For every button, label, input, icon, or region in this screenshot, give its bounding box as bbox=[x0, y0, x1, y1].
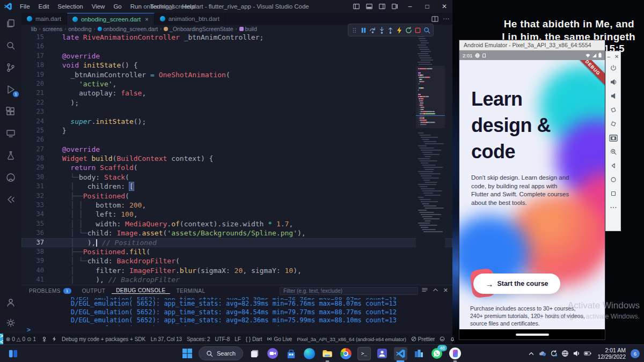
code-line[interactable]: 39 │ └─child: BackdropFilter( bbox=[21, 256, 452, 265]
feedback-icon[interactable] bbox=[437, 336, 448, 342]
prettier-status[interactable]: Prettier bbox=[408, 336, 437, 342]
account-icon[interactable] bbox=[4, 296, 17, 309]
code-line[interactable]: 41 │ ), // BackdropFilter bbox=[21, 275, 452, 284]
code-line[interactable]: 16 bbox=[21, 42, 452, 51]
tray-chevron-icon[interactable] bbox=[528, 350, 535, 357]
start-button[interactable] bbox=[180, 347, 194, 360]
task-view-button[interactable] bbox=[248, 347, 261, 360]
console-filter-input[interactable] bbox=[280, 287, 418, 295]
step-over-icon[interactable] bbox=[369, 26, 377, 34]
back-button[interactable] bbox=[608, 159, 619, 173]
update-sync-icon[interactable] bbox=[550, 350, 558, 357]
breadcrumb-item[interactable]: onboding_screen.dart bbox=[98, 26, 158, 32]
step-into-icon[interactable] bbox=[378, 26, 386, 34]
code-line[interactable]: 31 │ children: [ bbox=[21, 182, 452, 191]
tab-animation_btn.dart[interactable]: animation_btn.dart bbox=[155, 13, 225, 25]
code-line[interactable]: 30 └─body: Stack( bbox=[21, 173, 452, 182]
panel-tab-debug-console[interactable]: DEBUG CONSOLE bbox=[112, 287, 170, 294]
network-globe-icon[interactable] bbox=[561, 350, 569, 357]
toggle-panel-icon[interactable] bbox=[363, 1, 375, 12]
code-editor[interactable]: 15 late RiveAnimationController _btnAnim… bbox=[21, 33, 452, 285]
ports-icon[interactable] bbox=[39, 336, 50, 342]
panel-tab-output[interactable]: OUTPUT bbox=[78, 288, 110, 294]
toggle-secondary-sidebar-icon[interactable] bbox=[376, 1, 388, 12]
code-line[interactable]: 35 │ │ width: MediaQuery.of(context).siz… bbox=[21, 219, 452, 228]
phone-screen[interactable]: DEBUG Learn design & code Don't skip des… bbox=[459, 60, 605, 329]
panel-tab-terminal[interactable]: TERMINAL bbox=[172, 288, 210, 294]
rotate-right-button[interactable] bbox=[608, 117, 619, 131]
minimap[interactable] bbox=[416, 33, 445, 285]
go-live[interactable]: Go Live bbox=[265, 336, 295, 342]
code-line[interactable]: 33 │ │ bottom: 200, bbox=[21, 201, 452, 210]
emulator-title[interactable]: Android Emulator - Pixel_3a_API_33_x86_6… bbox=[459, 40, 605, 50]
settings-gear-icon[interactable] bbox=[4, 316, 17, 329]
extensions-icon[interactable] bbox=[4, 105, 17, 118]
code-line[interactable]: 21 autoplay: false, bbox=[21, 88, 452, 98]
chat-button[interactable] bbox=[266, 347, 280, 360]
breadcrumb-item[interactable]: build bbox=[239, 26, 257, 32]
code-line[interactable]: 25 } bbox=[21, 126, 452, 135]
pinned-app-icon[interactable] bbox=[6, 347, 20, 360]
edge-browser-button[interactable] bbox=[303, 347, 316, 360]
menu-run[interactable]: Run bbox=[126, 3, 146, 10]
menu-go[interactable]: Go bbox=[109, 3, 126, 10]
breadcrumb-item[interactable]: _OnboardingScreenState bbox=[164, 26, 233, 32]
code-line[interactable]: 22 ); bbox=[21, 98, 452, 107]
panel-tab-problems[interactable]: PROBLEMS1 bbox=[25, 288, 76, 294]
breadcrumb-item[interactable]: onboding bbox=[68, 26, 91, 32]
dev-buildings-button[interactable] bbox=[412, 347, 426, 360]
onedrive-icon[interactable] bbox=[539, 350, 546, 357]
run-debug-icon[interactable]: 1 bbox=[4, 83, 17, 96]
code-line[interactable]: 18 void initState() { bbox=[21, 61, 452, 70]
console-prompt[interactable]: > bbox=[27, 326, 31, 334]
teams-button[interactable] bbox=[376, 347, 389, 360]
flutter-dev-icon[interactable] bbox=[4, 193, 17, 206]
rotate-left-button[interactable] bbox=[608, 103, 619, 117]
screenshot-button[interactable] bbox=[608, 131, 619, 145]
indentation[interactable]: Spaces: 2 bbox=[184, 336, 213, 342]
split-editor-icon[interactable] bbox=[431, 16, 438, 23]
code-line[interactable]: 34 │ │ left: 100, bbox=[21, 210, 452, 219]
device-selector[interactable]: Pixel_3a_API_33_x86_64 (android-x64 emul… bbox=[295, 336, 409, 342]
menu-help[interactable]: Help bbox=[178, 3, 199, 10]
code-line[interactable]: 29 return Scaffold( bbox=[21, 163, 452, 172]
maximize-button[interactable]: □ bbox=[419, 0, 435, 13]
code-line[interactable]: 24 super.initState(); bbox=[21, 117, 452, 126]
emulator-close-button[interactable]: ✕ bbox=[614, 54, 619, 60]
testing-icon[interactable] bbox=[4, 149, 17, 162]
speaker-icon[interactable] bbox=[573, 350, 580, 357]
code-line[interactable]: 28 Widget build(BuildContext context) { bbox=[21, 154, 452, 163]
flash-icon[interactable] bbox=[50, 336, 59, 342]
menu-file[interactable]: File bbox=[16, 3, 34, 10]
notification-badge[interactable]: 6 bbox=[631, 349, 640, 358]
language-mode[interactable]: { } Dart bbox=[243, 336, 265, 342]
code-line[interactable]: 32 ├──Positioned( bbox=[21, 191, 452, 201]
code-line[interactable]: 17 @override bbox=[21, 51, 452, 61]
microsoft-store-button[interactable] bbox=[284, 347, 298, 360]
home-pill[interactable] bbox=[516, 334, 549, 336]
pause-icon[interactable] bbox=[360, 26, 368, 34]
close-button[interactable]: ✕ bbox=[436, 0, 452, 13]
minimize-button[interactable]: – bbox=[402, 0, 418, 13]
code-line[interactable]: 26 bbox=[21, 135, 452, 144]
restart-icon[interactable] bbox=[405, 26, 413, 34]
breadcrumb-item[interactable]: screens bbox=[43, 26, 63, 32]
battery-charging-icon[interactable] bbox=[584, 350, 591, 357]
drag-grip-icon[interactable] bbox=[350, 26, 358, 34]
tab-main.dart[interactable]: main.dart bbox=[21, 13, 67, 25]
github-icon[interactable] bbox=[4, 171, 17, 184]
hot-reload-icon[interactable] bbox=[396, 26, 404, 34]
tab-onboding_screen.dart[interactable]: onboding_screen.dart× bbox=[67, 13, 155, 25]
chrome-button[interactable] bbox=[339, 347, 353, 360]
remote-explorer-icon[interactable] bbox=[4, 127, 17, 140]
vscode-taskbar-button[interactable] bbox=[394, 347, 407, 360]
emulator-taskbar-button[interactable] bbox=[449, 347, 462, 360]
menu-edit[interactable]: Edit bbox=[34, 3, 54, 10]
panel-close-icon[interactable]: ✕ bbox=[443, 287, 448, 294]
tray-clock[interactable]: 2:01 AM 12/29/2022 bbox=[597, 347, 626, 360]
volume-up-button[interactable] bbox=[608, 75, 619, 89]
panel-maximize-icon[interactable] bbox=[433, 287, 438, 294]
tab-close-icon[interactable]: × bbox=[145, 16, 148, 23]
power-button[interactable] bbox=[608, 61, 619, 75]
explorer-icon[interactable] bbox=[4, 17, 17, 30]
